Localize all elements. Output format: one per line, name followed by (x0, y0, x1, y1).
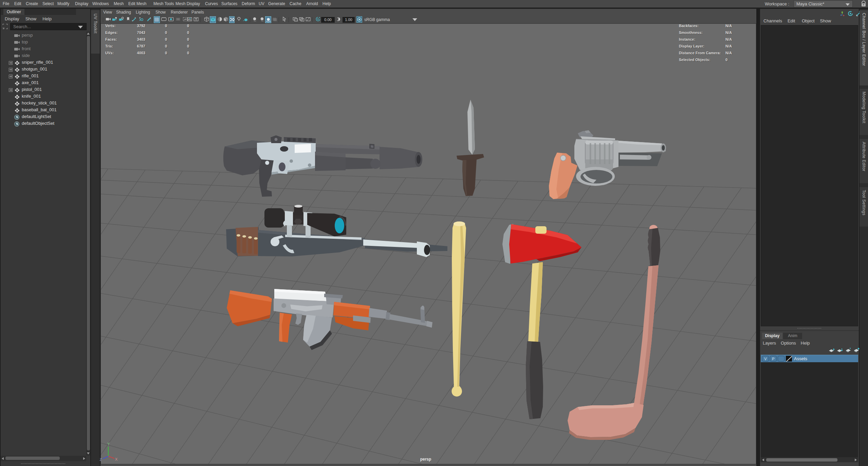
svg-text:Z: Z (99, 458, 102, 462)
svg-text:X: X (115, 457, 118, 461)
svg-text:Y: Y (107, 442, 110, 446)
svg-text:persp: persp (420, 457, 431, 462)
